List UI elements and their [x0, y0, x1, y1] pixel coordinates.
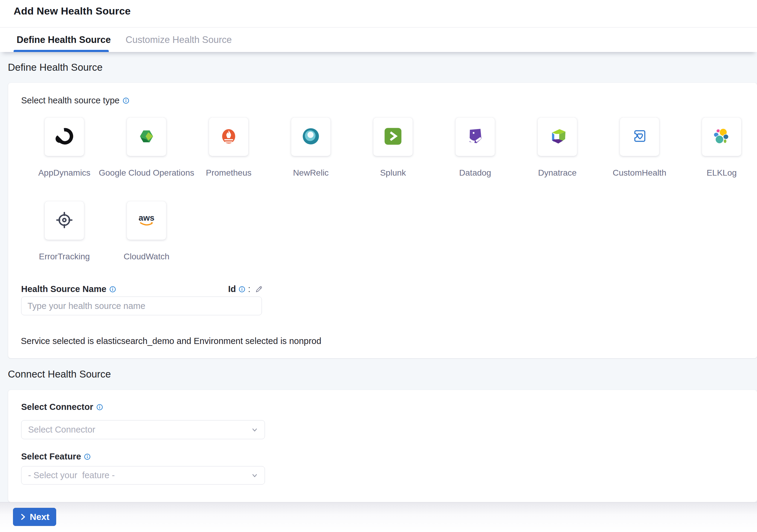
- id-label: Id: [228, 284, 236, 294]
- dynatrace-icon: [547, 126, 567, 147]
- next-button-label: Next: [30, 512, 49, 522]
- select-type-label: Select health source type: [21, 96, 120, 106]
- source-card-label: CustomHealth: [613, 168, 666, 178]
- service-environment-note: Service selected is elasticsearch_demo a…: [21, 336, 321, 346]
- info-icon[interactable]: [109, 286, 116, 293]
- select-feature-label-row: Select Feature: [21, 452, 91, 461]
- edit-id-pencil-icon[interactable]: [255, 285, 263, 293]
- google-cloud-operations-icon: [136, 126, 157, 147]
- health-source-name-input[interactable]: [21, 297, 262, 315]
- source-card-newrelic[interactable]: NewRelic: [291, 118, 330, 156]
- connect-health-source-panel: Select Connector Select Connector Select…: [8, 390, 757, 502]
- health-source-name-label-row: Health Source Name: [21, 284, 116, 294]
- cloudwatch-icon: aws: [136, 210, 157, 231]
- source-card-label: Prometheus: [206, 168, 252, 178]
- define-section-heading: Define Health Source: [8, 62, 103, 73]
- source-card-datadog[interactable]: Datadog: [456, 118, 495, 156]
- svg-text:aws: aws: [139, 213, 155, 223]
- health-source-name-label: Health Source Name: [21, 284, 106, 294]
- prometheus-icon: [219, 126, 239, 147]
- define-health-source-panel: Select health source type AppDynamicsGoo…: [8, 83, 757, 358]
- feature-select-placeholder: - Select your feature -: [28, 470, 251, 480]
- source-card-label: Splunk: [380, 168, 406, 178]
- info-icon[interactable]: [123, 97, 129, 104]
- id-group: Id :: [228, 284, 263, 294]
- errortracking-icon: [54, 210, 74, 231]
- source-card-customhealth[interactable]: CustomHealth: [620, 118, 659, 156]
- wizard-tabbar: Define Health Source Customize Health So…: [0, 27, 757, 52]
- datadog-icon: [465, 126, 485, 147]
- select-connector-label-row: Select Connector: [21, 402, 103, 412]
- chevron-down-icon: [251, 472, 258, 479]
- info-icon[interactable]: [84, 454, 91, 460]
- source-card-cloudwatch[interactable]: awsCloudWatch: [127, 201, 166, 240]
- source-card-label: NewRelic: [293, 168, 329, 178]
- select-feature-label: Select Feature: [21, 452, 81, 461]
- source-card-label: CloudWatch: [124, 252, 169, 262]
- tab-customize-health-source[interactable]: Customize Health Source: [126, 34, 232, 45]
- select-type-label-row: Select health source type: [21, 96, 129, 106]
- connector-select-placeholder: Select Connector: [28, 425, 251, 435]
- page-title: Add New Health Source: [14, 5, 131, 17]
- source-card-label: Google Cloud Operations: [99, 168, 194, 178]
- elklog-icon: [712, 126, 732, 147]
- appdynamics-icon: [54, 126, 74, 147]
- connector-select[interactable]: Select Connector: [21, 420, 265, 439]
- add-health-source-page: Add New Health Source Define Health Sour…: [0, 0, 757, 532]
- name-id-row: Health Source Name Id :: [21, 284, 263, 294]
- info-icon[interactable]: [96, 404, 103, 411]
- connect-section-heading: Connect Health Source: [8, 368, 111, 380]
- select-connector-label: Select Connector: [21, 402, 93, 412]
- chevron-down-icon: [251, 426, 258, 433]
- source-card-splunk[interactable]: Splunk: [373, 118, 413, 156]
- tab-define-health-source[interactable]: Define Health Source: [16, 34, 111, 45]
- source-card-dynatrace[interactable]: Dynatrace: [538, 118, 577, 156]
- source-card-elklog[interactable]: ELKLog: [702, 118, 741, 156]
- source-card-label: Datadog: [459, 168, 491, 178]
- source-card-prometheus[interactable]: Prometheus: [209, 118, 248, 156]
- page-header: Add New Health Source: [0, 0, 757, 27]
- info-icon[interactable]: [239, 286, 245, 293]
- customhealth-icon: [629, 126, 650, 147]
- source-card-label: ErrorTracking: [39, 252, 90, 262]
- health-source-type-grid: AppDynamicsGoogle Cloud OperationsPromet…: [45, 118, 745, 285]
- feature-select[interactable]: - Select your feature -: [21, 466, 265, 485]
- source-card-label: ELKLog: [707, 168, 737, 178]
- id-separator: :: [248, 284, 251, 294]
- source-card-label: AppDynamics: [38, 168, 91, 178]
- chevron-right-icon: [20, 514, 26, 520]
- newrelic-icon: [301, 126, 321, 147]
- source-card-label: Dynatrace: [538, 168, 577, 178]
- source-card-google-cloud-operations[interactable]: Google Cloud Operations: [127, 118, 166, 156]
- source-card-errortracking[interactable]: ErrorTracking: [45, 201, 84, 240]
- splunk-icon: [383, 126, 403, 147]
- active-tab-underline: [14, 50, 109, 52]
- wizard-footer: Next: [0, 502, 757, 532]
- next-button[interactable]: Next: [13, 508, 56, 526]
- source-card-appdynamics[interactable]: AppDynamics: [45, 118, 84, 156]
